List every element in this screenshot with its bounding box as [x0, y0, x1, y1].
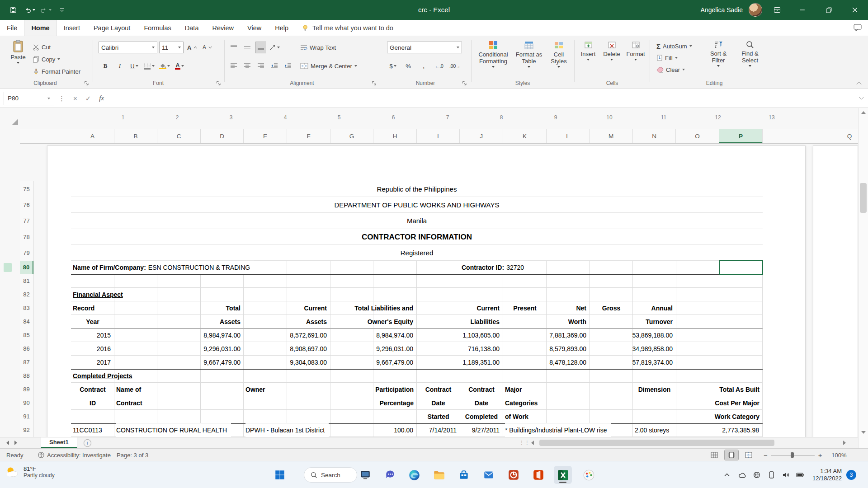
- tab-review[interactable]: Review: [205, 20, 241, 36]
- volume-icon[interactable]: [781, 471, 790, 479]
- column-header-H[interactable]: H: [373, 129, 417, 144]
- tab-help[interactable]: Help: [268, 20, 295, 36]
- cell-r87-current-assets[interactable]: 9,304,083.00: [287, 356, 329, 369]
- undo-icon[interactable]: [23, 3, 36, 17]
- merge-center-button[interactable]: Merge & Center: [300, 61, 357, 71]
- row-header-86[interactable]: 86: [20, 342, 33, 356]
- cell-r86-total-assets[interactable]: 9,296,031.00: [201, 342, 242, 356]
- cell-r85-current-liabilities[interactable]: 1,103,605.00: [460, 328, 501, 342]
- column-header-F[interactable]: F: [287, 129, 330, 144]
- horizontal-scroll-thumb[interactable]: [539, 440, 774, 446]
- horizontal-scrollbar[interactable]: [530, 439, 847, 447]
- save-icon[interactable]: [6, 3, 20, 17]
- borders-button[interactable]: [144, 61, 155, 71]
- formula-bar-expand-icon[interactable]: [855, 97, 868, 100]
- cell-h-liabilities-equity2[interactable]: Owner's Equity: [316, 315, 415, 328]
- align-left-icon[interactable]: [229, 61, 239, 71]
- tab-data[interactable]: Data: [178, 20, 206, 36]
- clear-button[interactable]: Clear: [656, 64, 685, 75]
- tab-view[interactable]: View: [241, 20, 268, 36]
- column-header-D[interactable]: D: [201, 129, 244, 144]
- autosum-button[interactable]: ΣAutoSum: [656, 41, 692, 52]
- cell-h-turnover[interactable]: Turnover: [633, 315, 675, 328]
- tabstrip-resize-handle[interactable]: ⋮⋮: [519, 440, 530, 446]
- cell-r87-turnover[interactable]: 57,819,374.00: [612, 356, 675, 369]
- find-select-button[interactable]: Find & Select: [736, 41, 764, 67]
- currency-format-button[interactable]: $: [388, 61, 398, 71]
- cell-h-started[interactable]: Started: [417, 410, 460, 423]
- number-format-select[interactable]: General: [387, 42, 462, 53]
- cell-r87-net-worth[interactable]: 8,478,128.00: [547, 356, 588, 369]
- sheet-nav-right-icon[interactable]: [14, 440, 17, 446]
- cell-r92-owner[interactable]: DPWH - Bulacan 1st District: [245, 423, 329, 437]
- cell-styles-button[interactable]: Cell Styles: [548, 41, 570, 68]
- network-icon[interactable]: [752, 471, 761, 479]
- row-header-87[interactable]: 87: [20, 356, 33, 369]
- phone-link-icon[interactable]: [767, 471, 776, 479]
- vertical-scrollbar[interactable]: [858, 108, 868, 448]
- cell-h-owner[interactable]: Owner: [245, 383, 265, 396]
- row-header-89[interactable]: 89: [20, 383, 33, 396]
- column-header-G[interactable]: G: [330, 129, 373, 144]
- cell-r85-year[interactable]: 2015: [71, 328, 113, 342]
- column-header-M[interactable]: M: [590, 129, 633, 144]
- font-size-select[interactable]: 11: [159, 42, 184, 53]
- scroll-up-icon[interactable]: [861, 111, 866, 114]
- column-header-P[interactable]: P: [719, 129, 763, 144]
- cell-h-worth[interactable]: Worth: [547, 315, 588, 328]
- start-button[interactable]: [271, 466, 289, 484]
- paste-button[interactable]: Paste: [6, 40, 30, 64]
- cell-r85-net-worth[interactable]: 7,881,369.00: [547, 328, 588, 342]
- align-middle-icon[interactable]: [242, 42, 252, 53]
- cell-h-major[interactable]: Major: [505, 383, 522, 396]
- chat-icon[interactable]: [381, 466, 399, 484]
- cut-button[interactable]: Cut: [33, 42, 51, 52]
- account-name[interactable]: Angelica Sadie: [701, 6, 743, 14]
- scroll-left-icon[interactable]: [531, 441, 534, 445]
- cell-h-contract3[interactable]: Contract: [417, 383, 460, 396]
- namebox-drag-handle-icon[interactable]: ⋮: [54, 94, 69, 103]
- add-sheet-button[interactable]: +: [84, 439, 91, 447]
- comments-icon[interactable]: [854, 24, 862, 32]
- close-button[interactable]: [842, 0, 868, 20]
- decrease-decimal-button[interactable]: .00→: [449, 61, 460, 71]
- decrease-indent-icon[interactable]: [269, 61, 279, 71]
- insert-cells-button[interactable]: Insert: [578, 41, 599, 61]
- paint-icon[interactable]: [580, 466, 598, 484]
- row-header-91[interactable]: 91: [20, 410, 33, 423]
- cell-r86-current-liabilities[interactable]: 716,138.00: [460, 342, 501, 356]
- row-header-83[interactable]: 83: [20, 301, 33, 315]
- restore-button[interactable]: [816, 0, 842, 20]
- cell-h-cost-per-major[interactable]: Cost Per Major: [676, 396, 761, 410]
- store-icon[interactable]: [455, 466, 473, 484]
- cell-projects-title[interactable]: Completed Projects: [73, 369, 132, 383]
- powerpoint-icon[interactable]: [505, 466, 523, 484]
- name-box[interactable]: P80: [4, 92, 54, 105]
- selected-cell-P80[interactable]: [719, 260, 763, 275]
- ribbon-display-options-icon[interactable]: [770, 3, 784, 17]
- sort-filter-button[interactable]: Sort & Filter: [705, 41, 731, 67]
- cell-r87-liabilities-equity[interactable]: 9,667,479.00: [373, 356, 415, 369]
- excel-icon[interactable]: [554, 466, 572, 484]
- cell-h-nameof[interactable]: Name of: [116, 383, 141, 396]
- row-header-82[interactable]: 82: [20, 288, 33, 301]
- scroll-right-icon[interactable]: [843, 441, 846, 445]
- cell-h-annual[interactable]: Annual: [633, 301, 675, 315]
- cell-title-line5[interactable]: Registered: [71, 245, 763, 261]
- align-top-icon[interactable]: [229, 42, 239, 53]
- font-name-select[interactable]: Calibri: [99, 42, 157, 53]
- column-header-N[interactable]: N: [633, 129, 676, 144]
- enter-icon[interactable]: ✓: [81, 94, 95, 103]
- cell-h-current2[interactable]: Current: [460, 301, 501, 315]
- task-view-icon[interactable]: [356, 466, 374, 484]
- format-cells-button[interactable]: Format: [625, 41, 646, 61]
- page-layout-view-icon[interactable]: [725, 450, 738, 460]
- edge-icon[interactable]: [405, 466, 423, 484]
- row-header-76[interactable]: 76: [20, 197, 33, 213]
- underline-button[interactable]: U: [129, 61, 139, 71]
- wrap-text-button[interactable]: Wrap Text: [300, 42, 336, 53]
- cell-r92-participation[interactable]: 100.00: [373, 423, 415, 437]
- alignment-dialog-launcher-icon[interactable]: [372, 81, 377, 86]
- row-header-90[interactable]: 90: [20, 396, 33, 410]
- cell-h-contract1[interactable]: Contract: [71, 383, 114, 396]
